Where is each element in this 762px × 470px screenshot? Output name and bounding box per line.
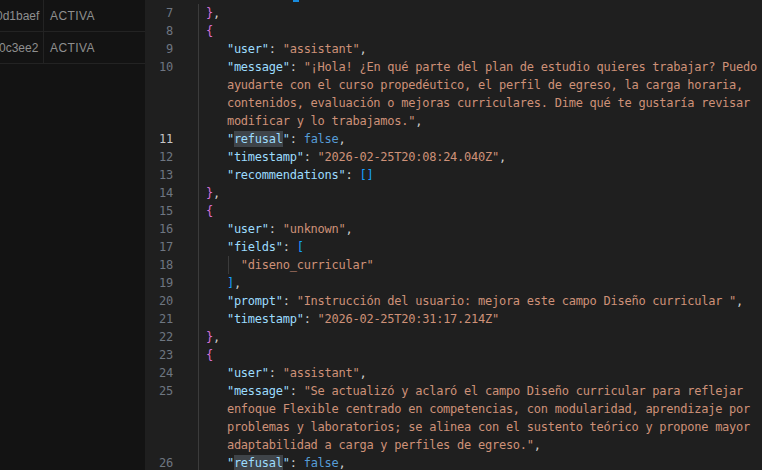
indent-guide <box>198 202 199 220</box>
line-number[interactable] <box>145 418 173 436</box>
indent-guide <box>198 328 199 346</box>
code-line: 20 "prompt": "Instrucción del usuario: m… <box>145 292 762 310</box>
indent-guide <box>198 184 199 202</box>
line-number[interactable]: 11 <box>145 130 173 148</box>
code-text[interactable]: { <box>195 346 762 364</box>
code-line: problemas y laboratorios; se alinea con … <box>145 418 762 436</box>
json-editor[interactable]: 7 },8 {9 "user": "assistant",10 "message… <box>145 0 762 470</box>
code-line: 13 "recommendations": [] <box>145 166 762 184</box>
line-number[interactable]: 26 <box>145 454 173 470</box>
code-line: 18 "diseno_curricular" <box>145 256 762 274</box>
code-line: 8 { <box>145 22 762 40</box>
line-number[interactable]: 22 <box>145 328 173 346</box>
code-line: 26 "refusal": false, <box>145 454 762 470</box>
indent-guide <box>198 148 199 166</box>
line-number[interactable]: 13 <box>145 166 173 184</box>
code-line: 22 }, <box>145 328 762 346</box>
code-line: 9 "user": "assistant", <box>145 40 762 58</box>
code-text[interactable]: "message": "Se actualizó y aclaró el cam… <box>195 382 762 400</box>
indent-guide <box>198 256 199 274</box>
code-text[interactable]: "user": "assistant", <box>195 40 762 58</box>
line-number[interactable]: 18 <box>145 256 173 274</box>
code-text[interactable]: ayudarte con el curso propedéutico, el p… <box>195 76 762 94</box>
code-text[interactable]: }, <box>195 4 762 22</box>
indent-guide <box>198 76 199 94</box>
line-number[interactable]: 9 <box>145 40 173 58</box>
indent-guide <box>198 238 199 256</box>
line-number[interactable]: 16 <box>145 220 173 238</box>
records-panel: 0d1baef ACTIVA 0c3ee2 ACTIVA <box>0 0 145 470</box>
line-number[interactable]: 21 <box>145 310 173 328</box>
indent-guide <box>198 400 199 418</box>
code-text[interactable]: ], <box>195 274 762 292</box>
line-number[interactable] <box>145 112 173 130</box>
code-line: contenidos, evaluación o mejoras curricu… <box>145 94 762 112</box>
indent-guide <box>198 58 199 76</box>
record-id-cell: 0c3ee2 <box>0 32 44 63</box>
line-number[interactable] <box>145 94 173 112</box>
indent-guide <box>198 22 199 40</box>
code-text[interactable]: "message": "¡Hola! ¿En qué parte del pla… <box>195 58 762 76</box>
indent-guide <box>198 274 199 292</box>
code-text[interactable]: "user": "unknown", <box>195 220 762 238</box>
code-text[interactable]: "fields": [ <box>195 238 762 256</box>
indent-guide <box>198 436 199 454</box>
record-id: 0c3ee2 <box>0 41 38 55</box>
code-text[interactable]: "timestamp": "2026-02-25T20:08:24.040Z", <box>195 148 762 166</box>
record-status-badge: ACTIVA <box>50 41 95 55</box>
code-text[interactable]: { <box>195 22 762 40</box>
line-number[interactable]: 10 <box>145 58 173 76</box>
code-text[interactable]: "prompt": "Instrucción del usuario: mejo… <box>195 292 762 310</box>
code-text[interactable]: contenidos, evaluación o mejoras curricu… <box>195 94 762 112</box>
indent-guide <box>198 4 199 22</box>
code-text[interactable]: "refusal": false, <box>195 130 762 148</box>
code-text[interactable]: "timestamp": "2026-02-25T20:31:17.214Z" <box>195 310 762 328</box>
indent-guide <box>198 292 199 310</box>
code-line: 15 { <box>145 202 762 220</box>
line-number[interactable]: 14 <box>145 184 173 202</box>
line-number[interactable]: 15 <box>145 202 173 220</box>
code-text[interactable]: "diseno_curricular" <box>195 256 762 274</box>
code-line: 19 ], <box>145 274 762 292</box>
indent-guide <box>198 364 199 382</box>
code-text[interactable]: adaptabilidad a carga y perfiles de egre… <box>195 436 762 454</box>
indent-guide <box>198 418 199 436</box>
line-number[interactable]: 8 <box>145 22 173 40</box>
line-number[interactable]: 25 <box>145 382 173 400</box>
indent-guide <box>198 130 199 148</box>
code-text[interactable]: "refusal": false, <box>195 454 762 470</box>
code-text[interactable]: problemas y laboratorios; se alinea con … <box>195 418 762 436</box>
line-number[interactable]: 24 <box>145 364 173 382</box>
indent-guide <box>198 454 199 470</box>
indent-guide <box>198 166 199 184</box>
code-line: 14 }, <box>145 184 762 202</box>
code-text[interactable]: { <box>195 202 762 220</box>
line-number[interactable]: 17 <box>145 238 173 256</box>
editor-rows: 7 },8 {9 "user": "assistant",10 "message… <box>145 4 762 470</box>
code-line: 10 "message": "¡Hola! ¿En qué parte del … <box>145 58 762 76</box>
code-line: 21 "timestamp": "2026-02-25T20:31:17.214… <box>145 310 762 328</box>
record-status-badge: ACTIVA <box>50 9 95 23</box>
app-root: 0d1baef ACTIVA 0c3ee2 ACTIVA 7 },8 {9 "u… <box>0 0 762 470</box>
code-text[interactable]: "user": "assistant", <box>195 364 762 382</box>
line-number[interactable]: 19 <box>145 274 173 292</box>
line-number[interactable]: 12 <box>145 148 173 166</box>
code-text[interactable]: enfoque Flexible centrado en competencia… <box>195 400 762 418</box>
record-id-cell: 0d1baef <box>0 0 44 31</box>
code-text[interactable]: }, <box>195 328 762 346</box>
indent-guide <box>198 94 199 112</box>
code-text[interactable]: "recommendations": [] <box>195 166 762 184</box>
record-id: 0d1baef <box>0 9 39 23</box>
line-number[interactable] <box>145 76 173 94</box>
line-number[interactable]: 23 <box>145 346 173 364</box>
line-number[interactable] <box>145 400 173 418</box>
code-text[interactable]: modificar y lo trabajamos.", <box>195 112 762 130</box>
code-line: ayudarte con el curso propedéutico, el p… <box>145 76 762 94</box>
line-number[interactable]: 20 <box>145 292 173 310</box>
record-row[interactable]: 0d1baef ACTIVA <box>0 0 145 32</box>
code-text[interactable]: }, <box>195 184 762 202</box>
line-number[interactable] <box>145 436 173 454</box>
record-row[interactable]: 0c3ee2 ACTIVA <box>0 32 145 64</box>
line-number[interactable]: 7 <box>145 4 173 22</box>
indent-guide <box>198 382 199 400</box>
